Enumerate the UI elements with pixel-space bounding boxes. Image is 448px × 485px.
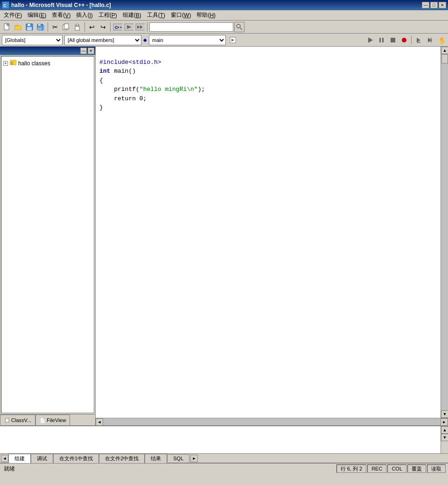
code-line-1: #include<stdio.h> (99, 59, 161, 66)
menu-view[interactable]: 查看(V) (49, 11, 73, 20)
out-scroll-up[interactable]: ▲ (441, 426, 448, 434)
tree-item-hallo[interactable]: + C hallo classes (3, 58, 92, 68)
svg-point-26 (237, 24, 240, 28)
member-icon: ◆ (143, 37, 147, 42)
compile-button[interactable]: C++ (112, 22, 123, 32)
close-button[interactable]: ✕ (439, 2, 446, 8)
menu-file[interactable]: 文件(F) (1, 11, 25, 20)
app-icon: C (2, 1, 9, 9)
code-line-3: { (99, 77, 103, 84)
svg-text:++: ++ (117, 25, 122, 30)
vertical-scrollbar[interactable]: ▲ ▼ (441, 47, 448, 418)
menu-build[interactable]: 组建(B) (120, 11, 144, 20)
left-panel-controls: — ✕ (80, 48, 94, 54)
toolbar1: ✂ ↩ ↪ C++ (0, 21, 448, 34)
breakpoint-button[interactable] (399, 35, 409, 45)
status-read: 读取 (427, 464, 446, 473)
left-panel-minimize[interactable]: — (80, 48, 87, 54)
new-button[interactable] (2, 22, 12, 32)
code-editor: #include<stdio.h> int main() { printf("h… (96, 47, 448, 425)
cut-button[interactable]: ✂ (50, 22, 60, 32)
save-all-button[interactable] (35, 22, 46, 32)
tab-scroll-right[interactable]: ► (190, 455, 198, 462)
paste-button[interactable] (72, 22, 83, 32)
menu-window[interactable]: 窗口(W) (168, 11, 194, 20)
scroll-left-button[interactable]: ◄ (96, 418, 103, 426)
svg-marker-35 (417, 38, 420, 42)
menu-bar: 文件(F) 编辑(E) 查看(V) 插入(I) 工程(P) 组建(B) 工具(T… (0, 10, 448, 21)
horizontal-scrollbar[interactable]: ◄ ► (96, 418, 448, 425)
build-button[interactable] (124, 22, 134, 32)
output-tab-sql[interactable]: SQL (167, 454, 189, 462)
scroll-track[interactable] (441, 54, 448, 410)
maximize-button[interactable]: □ (430, 2, 438, 8)
redo-button[interactable]: ↪ (98, 22, 108, 32)
scroll-up-button[interactable]: ▲ (441, 47, 448, 54)
svg-rect-14 (64, 24, 69, 29)
sep3 (110, 22, 111, 32)
rebuild-button[interactable] (135, 22, 145, 32)
svg-marker-30 (368, 37, 373, 43)
tree-expand-icon[interactable]: + (3, 61, 8, 66)
stop-button[interactable] (388, 35, 398, 45)
function-selector[interactable]: main (149, 35, 226, 45)
menu-help[interactable]: 帮助(H) (194, 11, 218, 20)
status-text: 就绪 (2, 465, 336, 473)
sep4 (147, 22, 147, 32)
save-button[interactable] (24, 22, 35, 32)
tab-classview[interactable]: 📋 ClassV... (0, 415, 35, 425)
menu-project[interactable]: 工程(P) (96, 11, 120, 20)
status-bar: 就绪 行 6, 列 2 REC COL 覆盖 读取 (0, 463, 448, 474)
menu-edit[interactable]: 编辑(E) (25, 11, 49, 20)
step-into-button[interactable] (413, 35, 424, 45)
copy-button[interactable] (61, 22, 71, 32)
left-panel-close[interactable]: ✕ (88, 48, 94, 54)
minimize-button[interactable]: — (422, 2, 429, 8)
output-tab-build[interactable]: 组建 (8, 454, 31, 463)
left-panel-tabs: 📋 ClassV... 📄 FileView (0, 414, 95, 425)
output-tab-find2[interactable]: 在文件2中查找 (99, 454, 145, 463)
svg-rect-5 (15, 25, 18, 26)
tab-fileview[interactable]: 📄 FileView (35, 415, 70, 425)
step-over-button[interactable] (425, 35, 435, 45)
main-area: — ✕ + C hallo classes 📋 ClassV... (0, 47, 448, 425)
selector-go-button[interactable] (228, 35, 238, 45)
class-tree[interactable]: + C hallo classes (1, 56, 94, 413)
out-scroll-down[interactable]: ▼ (441, 434, 448, 441)
status-position: 行 6, 列 2 (336, 464, 366, 473)
find-button[interactable] (234, 22, 245, 32)
run-button[interactable] (365, 35, 376, 45)
code-content[interactable]: #include<stdio.h> int main() { printf("h… (96, 47, 441, 418)
output-content (0, 426, 441, 453)
menu-insert[interactable]: 插入(I) (73, 11, 95, 20)
class-selector[interactable]: [Globals] (2, 35, 63, 45)
fileview-tab-icon: 📄 (40, 418, 45, 423)
status-col: COL (387, 464, 406, 473)
sep2 (84, 22, 85, 32)
member-selector[interactable]: [All global members] (64, 35, 141, 45)
scroll-thumb[interactable] (441, 54, 448, 63)
hand-button[interactable]: ✋ (436, 35, 446, 45)
svg-line-27 (240, 28, 242, 30)
open-button[interactable] (13, 22, 23, 32)
menu-tools[interactable]: 工具(T) (144, 11, 168, 20)
tab-scroll-left[interactable]: ◄ (1, 455, 8, 462)
svg-rect-32 (382, 38, 384, 42)
debug-toolbar: ✋ (365, 35, 446, 45)
h-scroll-track[interactable] (103, 419, 441, 425)
window-title: hallo - Microsoft Visual C++ - [hallo.c] (11, 2, 111, 8)
code-line-6: } (99, 104, 103, 111)
output-tab-find1[interactable]: 在文件1中查找 (53, 454, 99, 463)
scroll-right-button[interactable]: ► (441, 418, 448, 426)
output-tab-results[interactable]: 结果 (145, 454, 167, 463)
undo-button[interactable]: ↩ (87, 22, 97, 32)
output-tabs: ◄ 组建 调试 在文件1中查找 在文件2中查找 结果 SQL ► (0, 453, 448, 463)
find-input[interactable] (149, 22, 233, 32)
output-scrollbar[interactable]: ▲ ▼ (441, 426, 448, 453)
tree-item-label: hallo classes (18, 60, 50, 67)
svg-text:✋: ✋ (438, 36, 445, 44)
scroll-down-button[interactable]: ▼ (441, 410, 448, 418)
pause-button[interactable] (377, 35, 387, 45)
svg-rect-33 (391, 38, 395, 42)
output-tab-debug[interactable]: 调试 (31, 454, 53, 463)
